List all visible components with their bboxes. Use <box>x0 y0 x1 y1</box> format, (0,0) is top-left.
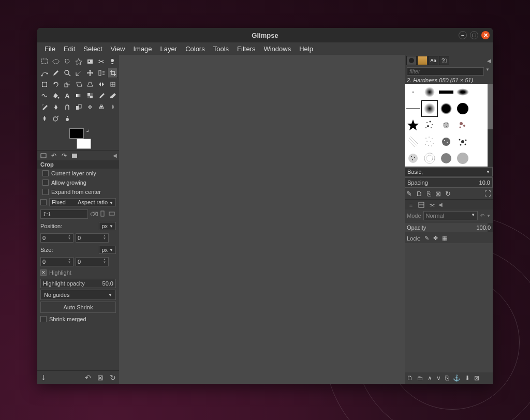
crop-tool[interactable] <box>108 68 118 78</box>
delete-layer-icon[interactable]: ⊠ <box>474 374 479 382</box>
undo-history-tab[interactable]: ↷ <box>60 152 68 160</box>
brush-item[interactable] <box>438 117 454 133</box>
airbrush-tool[interactable] <box>39 102 50 112</box>
patterns-tab[interactable] <box>417 56 428 65</box>
channels-tab[interactable] <box>417 201 426 209</box>
highlight-check[interactable] <box>40 269 47 276</box>
brush-item[interactable] <box>405 117 421 133</box>
menu-file[interactable]: File <box>40 43 60 54</box>
brush-item[interactable] <box>405 150 421 167</box>
brush-item[interactable] <box>454 150 471 167</box>
current-layer-only-check[interactable] <box>42 170 49 176</box>
paths-tool[interactable] <box>39 68 50 78</box>
by-color-select-tool[interactable] <box>85 56 95 67</box>
mode-reset-icon[interactable]: ↶ <box>480 213 484 219</box>
color-picker-tool[interactable] <box>51 68 61 78</box>
brush-item[interactable] <box>438 84 454 100</box>
images-tab[interactable] <box>70 152 79 160</box>
lock-alpha-icon[interactable]: ▦ <box>442 235 447 242</box>
highlight-opacity-slider[interactable]: Highlight opacity 50.0 <box>40 279 116 288</box>
zoom-tool[interactable] <box>62 68 72 78</box>
landscape-icon[interactable] <box>109 211 116 218</box>
brush-item-selected[interactable] <box>421 100 438 117</box>
brush-item[interactable] <box>421 84 438 100</box>
paths-tab[interactable]: ⫘ <box>427 201 436 209</box>
brush-spacing-slider[interactable]: Spacing 10.0 <box>405 177 493 188</box>
brush-item[interactable] <box>471 100 488 117</box>
heal-tool[interactable] <box>85 102 95 112</box>
allow-growing-check[interactable] <box>42 179 49 186</box>
warp-tool[interactable] <box>39 91 50 101</box>
menu-tools[interactable]: Tools <box>209 43 233 54</box>
raise-layer-icon[interactable]: ∧ <box>428 374 432 382</box>
brush-item[interactable] <box>471 117 488 133</box>
text-tool[interactable]: A <box>62 91 72 101</box>
perspective-clone-tool[interactable] <box>96 102 107 112</box>
aspect-ratio-input[interactable]: 1:1 <box>40 209 88 219</box>
mypaint-tool[interactable] <box>62 102 72 112</box>
layers-dock-menu-icon[interactable]: ◀ <box>438 202 443 207</box>
brush-item[interactable] <box>454 84 471 100</box>
size-h-input[interactable]: 0▲▼ <box>76 257 109 266</box>
duplicate-brush-icon[interactable]: ⎘ <box>427 190 431 198</box>
duplicate-layer-icon[interactable]: ⎘ <box>445 374 449 382</box>
canvas-area[interactable] <box>119 55 405 384</box>
delete-options-icon[interactable]: ⊠ <box>97 373 104 382</box>
menu-windows[interactable]: Windows <box>259 43 295 54</box>
smudge-tool[interactable] <box>39 113 50 124</box>
pencil-tool[interactable] <box>85 91 95 101</box>
brush-item[interactable] <box>405 84 421 100</box>
merge-layer-icon[interactable]: ⬇ <box>465 374 470 382</box>
scissors-tool[interactable]: ✂ <box>96 56 107 67</box>
minimize-button[interactable]: – <box>459 31 467 39</box>
brush-filter-input[interactable] <box>407 67 484 76</box>
swap-colors-icon[interactable]: ⤾ <box>86 128 90 133</box>
menu-edit[interactable]: Edit <box>60 43 79 54</box>
new-brush-icon[interactable]: 🗋 <box>416 190 423 198</box>
menu-filters[interactable]: Filters <box>233 43 259 54</box>
align-tool[interactable] <box>96 68 107 78</box>
brush-preset-select[interactable]: Basic,▼ <box>405 167 493 176</box>
brush-item[interactable] <box>454 133 471 150</box>
brushes-dock-menu-icon[interactable]: ◀ <box>487 58 491 64</box>
fg-color[interactable] <box>69 128 84 139</box>
brush-item[interactable] <box>438 133 454 150</box>
menu-colors[interactable]: Colors <box>181 43 209 54</box>
restore-options-icon[interactable]: ↶ <box>85 373 91 382</box>
filter-caret-icon[interactable]: ▼ <box>484 67 491 76</box>
ellipse-select-tool[interactable] <box>51 56 61 67</box>
fuzzy-select-tool[interactable] <box>73 56 84 67</box>
position-y-input[interactable]: 0▲▼ <box>76 233 109 243</box>
device-status-tab[interactable]: ↶ <box>50 152 58 160</box>
document-history-tab[interactable]: ?⃝ <box>439 56 449 65</box>
bucket-fill-tool[interactable] <box>51 91 61 101</box>
bg-color[interactable] <box>77 139 91 149</box>
menu-image[interactable]: Image <box>129 43 156 54</box>
new-layer-icon[interactable]: 🗋 <box>407 374 413 382</box>
rotate-tool[interactable] <box>51 79 61 89</box>
fonts-tab[interactable]: Aa <box>428 56 438 65</box>
gradient-tool[interactable] <box>73 91 84 101</box>
lower-layer-icon[interactable]: ∨ <box>436 374 441 382</box>
ink-tool[interactable] <box>51 102 61 112</box>
portrait-icon[interactable] <box>99 211 107 218</box>
close-button[interactable]: ✕ <box>481 31 490 39</box>
menu-layer[interactable]: Layer <box>156 43 182 54</box>
brush-item[interactable] <box>405 100 421 117</box>
edit-brush-icon[interactable]: ✎ <box>406 190 412 198</box>
size-unit-select[interactable]: px▼ <box>99 246 116 254</box>
clone-tool[interactable] <box>73 102 84 112</box>
refresh-brushes-icon[interactable]: ↻ <box>445 190 451 198</box>
maximize-button[interactable]: □ <box>470 31 478 39</box>
position-unit-select[interactable]: px▼ <box>99 222 116 230</box>
brush-item[interactable] <box>471 150 488 167</box>
open-as-image-icon[interactable]: ⛶ <box>484 190 491 198</box>
brush-item[interactable] <box>438 100 454 117</box>
free-select-tool[interactable] <box>62 56 72 67</box>
scale-tool[interactable] <box>62 79 72 89</box>
shrink-merged-check[interactable] <box>40 316 47 322</box>
clear-ratio-icon[interactable]: ⌫ <box>90 211 97 218</box>
brush-item[interactable] <box>405 133 421 150</box>
brush-item[interactable] <box>454 100 471 117</box>
unified-transform-tool[interactable] <box>39 79 50 89</box>
